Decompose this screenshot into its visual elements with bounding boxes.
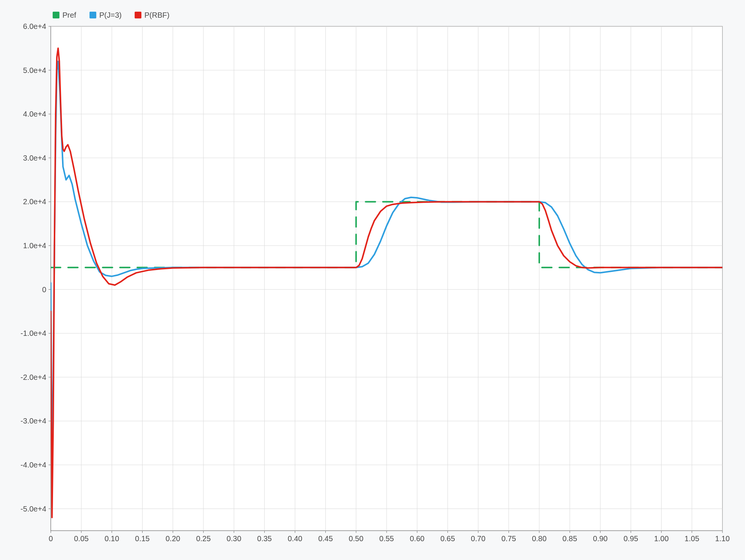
x-tick-label: 0.50 — [349, 534, 363, 543]
y-tick-label: 4.0e+4 — [23, 110, 46, 118]
y-tick-label: 6.0e+4 — [23, 22, 46, 30]
x-tick-label: 0.40 — [288, 534, 302, 543]
y-tick-label: -2.0e+4 — [21, 373, 46, 381]
y-tick-label: 5.0e+4 — [23, 66, 46, 74]
x-tick-label: 0.25 — [196, 534, 211, 543]
x-tick-label: 0.85 — [563, 534, 577, 543]
legend-label: P(J=3) — [99, 11, 121, 19]
legend-swatch — [90, 12, 96, 18]
x-tick-label: 0 — [49, 534, 53, 543]
x-tick-label: 0.45 — [318, 534, 333, 543]
plot-holder: -5.0e+4-4.0e+4-3.0e+4-2.0e+4-1.0e+401.0e… — [15, 6, 730, 549]
x-tick-label: 0.80 — [532, 534, 546, 543]
y-tick-label: 1.0e+4 — [23, 241, 46, 250]
x-tick-label: 0.90 — [593, 534, 608, 543]
legend-swatch — [53, 12, 59, 18]
legend: PrefP(J=3)P(RBF) — [53, 11, 170, 19]
x-tick-label: 0.35 — [257, 534, 272, 543]
y-tick-label: 2.0e+4 — [23, 197, 46, 206]
chart-frame: -5.0e+4-4.0e+4-3.0e+4-2.0e+4-1.0e+401.0e… — [0, 0, 745, 560]
x-tick-label: 0.75 — [501, 534, 516, 543]
x-tick-label: 0.95 — [624, 534, 638, 543]
x-tick-label: 0.05 — [74, 534, 89, 543]
x-tick-label: 0.15 — [135, 534, 150, 543]
x-tick-label: 0.20 — [165, 534, 180, 543]
x-tick-label: 0.55 — [379, 534, 394, 543]
y-tick-label: -5.0e+4 — [21, 505, 46, 513]
y-tick-label: -1.0e+4 — [21, 329, 46, 337]
x-tick-label: 1.10 — [715, 534, 730, 543]
y-tick-label: 3.0e+4 — [23, 154, 46, 162]
x-tick-label: 0.70 — [471, 534, 486, 543]
legend-label: P(RBF) — [144, 11, 170, 19]
legend-swatch — [135, 12, 141, 18]
x-tick-label: 0.30 — [227, 534, 241, 543]
line-chart: -5.0e+4-4.0e+4-3.0e+4-2.0e+4-1.0e+401.0e… — [15, 6, 730, 549]
x-tick-label: 0.65 — [440, 534, 455, 543]
x-tick-label: 0.60 — [410, 534, 425, 543]
legend-label: Pref — [62, 11, 76, 19]
y-tick-label: 0 — [42, 285, 46, 294]
x-tick-label: 1.00 — [654, 534, 669, 543]
y-tick-label: -4.0e+4 — [21, 461, 46, 469]
x-tick-label: 0.10 — [105, 534, 119, 543]
y-tick-label: -3.0e+4 — [21, 417, 46, 425]
x-tick-label: 1.05 — [684, 534, 699, 543]
